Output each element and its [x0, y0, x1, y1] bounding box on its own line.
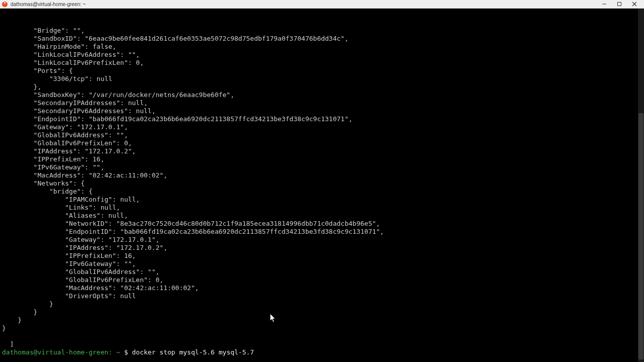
terminal-viewport[interactable]: "Bridge": "", "SandboxID": "6eaac9be60fe…	[0, 9, 644, 362]
close-button[interactable]	[627, 0, 642, 9]
window-controls	[597, 0, 642, 9]
window-titlebar: dathomas@virtual-home-green: ~	[0, 0, 644, 9]
prompt-path: ~	[116, 348, 120, 356]
json-close-bracket: ]	[10, 340, 14, 348]
window-title: dathomas@virtual-home-green: ~	[11, 2, 597, 7]
ubuntu-icon	[2, 2, 8, 7]
command-text: docker stop mysql-5.6 mysql-5.7	[132, 348, 254, 356]
prompt-userhost: dathomas@virtual-home-green:	[2, 348, 112, 356]
prompt-line-1: dathomas@virtual-home-green: ~ $ docker …	[2, 348, 642, 356]
svg-rect-1	[618, 3, 621, 6]
maximize-button[interactable]	[612, 0, 627, 9]
scrollbar-thumb[interactable]	[638, 113, 643, 359]
scrollbar-track[interactable]	[638, 9, 644, 362]
minimize-button[interactable]	[597, 0, 612, 9]
json-output: "Bridge": "", "SandboxID": "6eaac9be60fe…	[2, 27, 642, 332]
